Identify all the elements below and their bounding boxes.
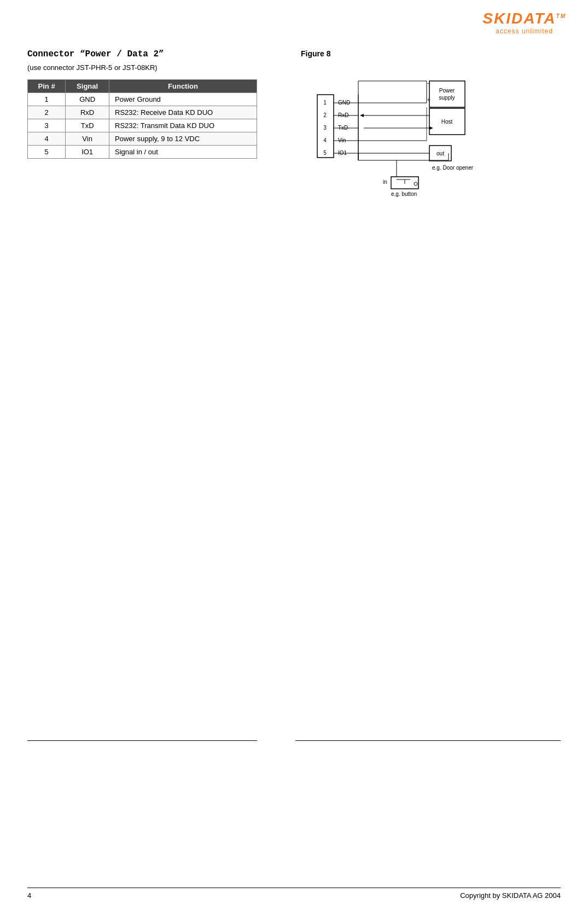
- pin-5-label: 5: [323, 150, 327, 156]
- copyright: Copyright by SKIDATA AG 2004: [460, 891, 561, 900]
- logo-tagline: access unlimited: [482, 27, 566, 35]
- host-label: Host: [441, 119, 453, 125]
- divider-left: [27, 740, 257, 741]
- table-row: 1 GND Power Ground: [28, 93, 257, 106]
- svg-rect-12: [429, 81, 465, 107]
- button-label: e.g. button: [391, 191, 417, 197]
- circuit-diagram: 1 2 3 4 5 GND RxD TxD Vin IO1: [301, 65, 503, 190]
- section-title: Connector “Power / Data 2”: [27, 49, 268, 59]
- figure-title: Figure 8: [301, 49, 561, 58]
- pin-num: 4: [28, 132, 66, 146]
- page-number: 4: [27, 891, 31, 900]
- col-header-pin: Pin #: [28, 80, 66, 93]
- pin-signal: RxD: [66, 106, 109, 119]
- pin-function: Power Ground: [109, 93, 257, 106]
- trademark: TM: [556, 13, 566, 19]
- pin-signal: Vin: [66, 132, 109, 146]
- pin-function: RS232: Receive Data KD DUO: [109, 106, 257, 119]
- rxd-arrow: [360, 114, 364, 117]
- pin-1-label: 1: [323, 100, 327, 106]
- pin-signal: IO1: [66, 146, 109, 159]
- plus-label: +: [427, 97, 430, 103]
- minus-label: −: [427, 80, 430, 86]
- pin-signal: GND: [66, 93, 109, 106]
- out-label: out: [436, 150, 444, 156]
- in-label: in: [383, 179, 387, 185]
- pin-num: 1: [28, 93, 66, 106]
- table-row: 4 Vin Power supply, 9 to 12 VDC: [28, 132, 257, 146]
- pin-4-label: 4: [323, 137, 327, 143]
- pin-3-label: 3: [323, 125, 327, 131]
- footer: 4 Copyright by SKIDATA AG 2004: [27, 888, 561, 900]
- pin-table: Pin # Signal Function 1 GND Power Ground…: [27, 79, 257, 159]
- col-header-function: Function: [109, 80, 257, 93]
- skidata-logo: SKIDATATM: [482, 10, 566, 27]
- pin-num: 5: [28, 146, 66, 159]
- table-row: 2 RxD RS232: Receive Data KD DUO: [28, 106, 257, 119]
- pin-function: Signal in / out: [109, 146, 257, 159]
- pin-2-label: 2: [323, 112, 327, 118]
- door-opener-label: e.g. Door opener: [432, 165, 474, 171]
- col-header-signal: Signal: [66, 80, 109, 93]
- left-column: Connector “Power / Data 2” (use connecto…: [27, 49, 268, 170]
- power-supply-label: Power: [439, 88, 455, 94]
- table-row: 5 IO1 Signal in / out: [28, 146, 257, 159]
- logo-area: SKIDATATM access unlimited: [482, 10, 566, 35]
- pin-num: 3: [28, 119, 66, 132]
- brand-name: SKIDATA: [482, 10, 556, 27]
- divider-right: [295, 740, 561, 741]
- pin-function: RS232: Transmit Data KD DUO: [109, 119, 257, 132]
- table-row: 3 TxD RS232: Transmit Data KD DUO: [28, 119, 257, 132]
- subtitle: (use connector JST-PHR-5 or JST-08KR): [27, 63, 268, 72]
- pin-num: 2: [28, 106, 66, 119]
- two-column-layout: Connector “Power / Data 2” (use connecto…: [27, 49, 561, 192]
- pin-function: Power supply, 9 to 12 VDC: [109, 132, 257, 146]
- pin-signal: TxD: [66, 119, 109, 132]
- power-supply-label2: supply: [439, 95, 455, 101]
- table-header-row: Pin # Signal Function: [28, 80, 257, 93]
- page-content: Connector “Power / Data 2” (use connecto…: [27, 49, 561, 192]
- right-column: Figure 8 1 2 3 4 5 GND RxD TxD Vin IO1: [301, 49, 561, 192]
